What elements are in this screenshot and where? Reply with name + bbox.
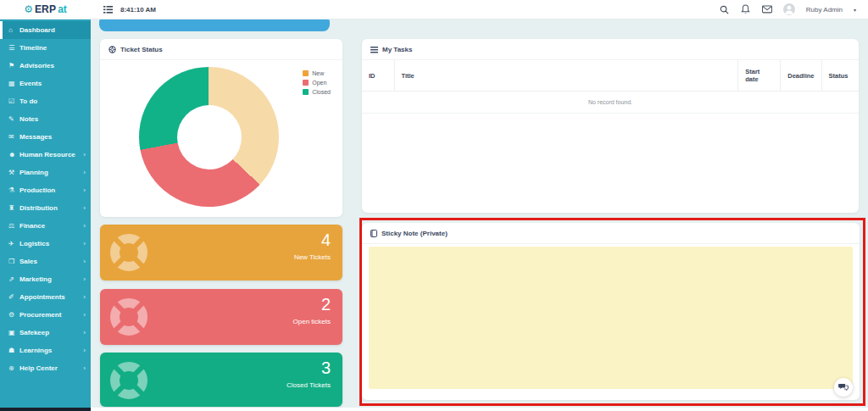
sticky-note-panel: Sticky Note (Private) <box>362 223 860 400</box>
user-avatar[interactable] <box>783 3 795 15</box>
sidebar-item-notes[interactable]: ✎Notes <box>0 110 91 128</box>
sidebar-item-procurement[interactable]: ⚙Procurement› <box>0 306 91 324</box>
app-window: ⚙ ERPat 8:41:10 AM Ruby Admin ▾ <box>0 0 868 411</box>
sidebar-item-distribution[interactable]: ♜Distribution› <box>0 199 91 217</box>
sidebar-item-to-do[interactable]: ☑To do <box>0 92 91 110</box>
sidebar-item-human-resource[interactable]: ☻Human Resource› <box>0 146 91 164</box>
sticky-note-textarea[interactable] <box>369 247 853 389</box>
legend-item-open[interactable]: Open <box>303 80 331 86</box>
sidebar-item-marketing[interactable]: ⇗Marketing› <box>0 270 91 288</box>
sidebar: ⌂Dashboard☰Timeline⚑Advisories▦Events☑To… <box>0 19 91 411</box>
life-ring-icon <box>110 234 147 271</box>
user-menu[interactable]: Ruby Admin <box>806 6 843 14</box>
ticket-status-donut-chart[interactable] <box>139 67 279 207</box>
dashboard-icon: ⌂ <box>8 26 19 34</box>
chevron-right-icon: › <box>81 330 86 336</box>
sidebar-item-label: To do <box>19 97 37 106</box>
sidebar-item-appointments[interactable]: ✐Appointments› <box>0 288 91 306</box>
marketing-icon: ⇗ <box>8 275 19 283</box>
search-icon[interactable] <box>720 4 730 14</box>
sidebar-item-label: Sales <box>19 258 37 266</box>
main-content: Ticket Status New Open Closed <box>91 19 868 411</box>
sidebar-item-label: Help Center <box>19 364 58 373</box>
sidebar-item-help-center[interactable]: ⊕Help Center› <box>0 359 91 377</box>
sidebar-item-safekeep[interactable]: ▣Safekeep› <box>0 324 91 342</box>
sidebar-item-sales[interactable]: ❒Sales› <box>0 253 91 270</box>
column-header-title[interactable]: Title <box>394 60 738 92</box>
learnings-icon: ☗ <box>8 347 19 354</box>
open-tickets-label: Open tickets <box>293 318 331 325</box>
sidebar-item-events[interactable]: ▦Events <box>0 75 91 92</box>
life-ring-icon <box>110 362 147 399</box>
closed-tickets-count: 3 <box>321 358 331 377</box>
legend-label-new: New <box>312 70 324 76</box>
messages-icon: ✉ <box>8 133 19 141</box>
distribution-icon: ♜ <box>8 204 19 212</box>
sidebar-item-label: Events <box>19 80 42 88</box>
sidebar-toggle-icon[interactable] <box>103 4 113 14</box>
sidebar-item-learnings[interactable]: ☗Learnings› <box>0 342 91 359</box>
legend-label-closed: Closed <box>312 89 331 95</box>
sidebar-item-label: Advisories <box>19 62 54 70</box>
chevron-right-icon: › <box>81 258 86 265</box>
sidebar-item-label: Finance <box>19 222 45 230</box>
sidebar-menu: ⌂Dashboard☰Timeline⚑Advisories▦Events☑To… <box>0 19 91 408</box>
clock-time: 8:41:10 AM <box>120 6 156 14</box>
column-header-status[interactable]: Status <box>821 60 859 92</box>
sidebar-item-production[interactable]: ⚗Production› <box>0 181 91 199</box>
legend-swatch-open <box>303 80 309 86</box>
ticket-status-title: Ticket Status <box>120 46 163 53</box>
open-tickets-card[interactable]: 2 Open tickets <box>100 289 342 345</box>
chart-legend: New Open Closed <box>303 70 331 95</box>
sidebar-item-timeline[interactable]: ☰Timeline <box>0 39 91 57</box>
chat-bubbles-icon <box>838 383 849 392</box>
closed-tickets-label: Closed Tickets <box>287 381 331 389</box>
my-tasks-panel: My Tasks ID Title Start date Deadline St… <box>362 39 859 213</box>
empty-state-text: No record found. <box>362 92 859 114</box>
note-book-icon <box>370 230 377 237</box>
chevron-right-icon: › <box>81 276 86 283</box>
user-menu-caret-icon[interactable]: ▾ <box>854 7 856 13</box>
chevron-right-icon: › <box>81 152 86 158</box>
brand-text-secondary: at <box>58 3 67 15</box>
sidebar-item-logistics[interactable]: ✈Logistics› <box>0 235 91 253</box>
sidebar-item-finance[interactable]: ⚖Finance› <box>0 217 91 235</box>
chevron-right-icon: › <box>81 312 86 319</box>
sidebar-item-dashboard[interactable]: ⌂Dashboard <box>0 21 91 39</box>
column-header-id[interactable]: ID <box>362 60 394 92</box>
sidebar-item-advisories[interactable]: ⚑Advisories <box>0 57 91 75</box>
brand-logo[interactable]: ⚙ ERPat <box>0 0 91 19</box>
procurement-icon: ⚙ <box>8 311 19 319</box>
donut-hole <box>177 105 242 169</box>
sidebar-item-label: Procurement <box>19 311 61 319</box>
closed-tickets-card[interactable]: 3 Closed Tickets <box>100 353 342 407</box>
todo-icon: ☑ <box>8 97 19 105</box>
column-header-deadline[interactable]: Deadline <box>781 60 821 92</box>
legend-item-closed[interactable]: Closed <box>303 89 331 95</box>
sidebar-item-label: Learnings <box>19 347 52 355</box>
timeline-icon: ☰ <box>8 44 19 52</box>
sidebar-item-label: Production <box>19 186 55 195</box>
life-ring-icon <box>110 298 147 336</box>
sidebar-item-label: Human Resource <box>19 151 75 159</box>
advisories-icon: ⚑ <box>8 62 19 69</box>
finance-icon: ⚖ <box>8 222 19 230</box>
brand-text-primary: ERP <box>35 3 56 15</box>
sidebar-item-planning[interactable]: ⚒Planning› <box>0 164 91 181</box>
column-header-start-date[interactable]: Start date <box>738 60 781 92</box>
sidebar-item-label: Logistics <box>19 240 49 248</box>
chat-button[interactable] <box>834 378 853 397</box>
open-tickets-count: 2 <box>321 295 331 314</box>
topbar: ⚙ ERPat 8:41:10 AM Ruby Admin ▾ <box>0 0 868 19</box>
new-tickets-card[interactable]: 4 New Tickets <box>100 225 342 280</box>
legend-label-open: Open <box>312 80 326 86</box>
legend-item-new[interactable]: New <box>303 70 331 76</box>
notifications-bell-icon[interactable] <box>741 4 751 14</box>
production-icon: ⚗ <box>8 186 19 194</box>
sidebar-item-messages[interactable]: ✉Messages <box>0 128 91 146</box>
mail-envelope-icon[interactable] <box>762 4 772 14</box>
logistics-icon: ✈ <box>8 240 19 247</box>
ticket-status-panel: Ticket Status New Open Closed <box>100 39 342 217</box>
sidebar-item-label: Messages <box>19 133 52 142</box>
new-tickets-count: 4 <box>321 230 331 249</box>
